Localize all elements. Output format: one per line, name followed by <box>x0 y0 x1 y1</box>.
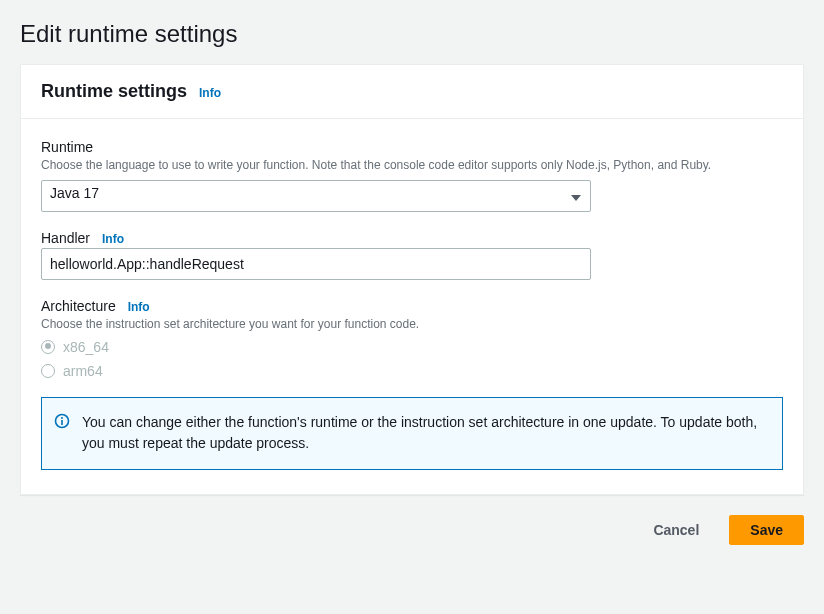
runtime-field: Runtime Choose the language to use to wr… <box>41 139 783 212</box>
save-button[interactable]: Save <box>729 515 804 545</box>
panel-info-link[interactable]: Info <box>199 86 221 100</box>
handler-label: Handler <box>41 230 90 246</box>
architecture-info-link[interactable]: Info <box>128 300 150 314</box>
radio-icon <box>41 364 55 378</box>
architecture-radio-arm: arm64 <box>41 363 783 379</box>
button-row: Cancel Save <box>20 515 804 545</box>
architecture-description: Choose the instruction set architecture … <box>41 316 783 333</box>
panel-header: Runtime settings Info <box>21 65 803 119</box>
svg-rect-2 <box>61 420 63 425</box>
runtime-description: Choose the language to use to write your… <box>41 157 783 174</box>
radio-icon <box>41 340 55 354</box>
panel-body: Runtime Choose the language to use to wr… <box>21 119 803 494</box>
architecture-radio-x86: x86_64 <box>41 339 783 355</box>
svg-point-1 <box>61 417 63 419</box>
runtime-label: Runtime <box>41 139 93 155</box>
architecture-field: Architecture Info Choose the instruction… <box>41 298 783 379</box>
architecture-radio-arm-label: arm64 <box>63 363 103 379</box>
handler-input[interactable] <box>41 248 591 280</box>
architecture-radio-x86-label: x86_64 <box>63 339 109 355</box>
panel-title: Runtime settings <box>41 81 187 102</box>
runtime-select[interactable]: Java 17 <box>41 180 591 212</box>
handler-info-link[interactable]: Info <box>102 232 124 246</box>
info-alert-text: You can change either the function's run… <box>82 412 766 455</box>
info-alert: You can change either the function's run… <box>41 397 783 470</box>
info-icon <box>54 413 70 455</box>
architecture-radio-group: x86_64 arm64 <box>41 339 783 379</box>
runtime-settings-panel: Runtime settings Info Runtime Choose the… <box>20 64 804 495</box>
handler-field: Handler Info <box>41 230 783 280</box>
architecture-label: Architecture <box>41 298 116 314</box>
cancel-button[interactable]: Cancel <box>633 515 719 545</box>
page-title: Edit runtime settings <box>20 20 804 48</box>
